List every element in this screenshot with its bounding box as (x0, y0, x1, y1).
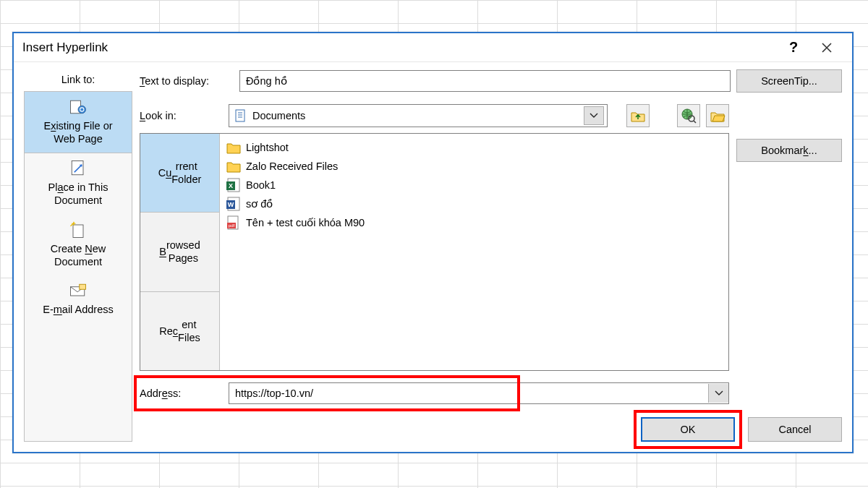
place-in-doc-icon (68, 159, 88, 178)
address-label: Address: (140, 388, 223, 399)
svg-text:W: W (228, 201, 234, 208)
existing-file-icon (68, 98, 88, 116)
folder-open-icon (710, 108, 726, 123)
text-to-display-label: Text to display: (140, 75, 234, 87)
linkto-header: Link to: (24, 69, 132, 91)
text-to-display-input[interactable] (239, 70, 731, 92)
file-item[interactable]: pdfTên + test cuối khóa M90 (226, 213, 723, 232)
file-list[interactable]: LightshotZalo Received FilesXBook1Wsơ đồ… (220, 134, 728, 370)
file-item[interactable]: Wsơ đồ (226, 194, 723, 213)
svg-rect-7 (236, 110, 244, 121)
svg-rect-4 (73, 225, 83, 238)
linkto-place-in-doc[interactable]: Place in ThisDocument (25, 153, 132, 214)
linkto-existing-file[interactable]: Existing File orWeb Page (25, 92, 132, 153)
email-icon (68, 281, 88, 300)
dialog-title: Insert Hyperlink (22, 40, 108, 55)
file-item[interactable]: Zalo Received Files (226, 157, 723, 176)
help-button[interactable]: ? (777, 37, 810, 59)
linkto-panel: Existing File orWeb Page Place in ThisDo… (24, 91, 132, 442)
screentip-button[interactable]: ScreenTip... (736, 69, 842, 93)
chevron-down-icon (715, 390, 723, 396)
linkto-item-label: Create NewDocument (29, 242, 127, 268)
address-combo[interactable] (229, 382, 729, 404)
lookin-value: Documents (252, 110, 579, 121)
linkto-create-new[interactable]: Create NewDocument (25, 215, 132, 275)
lookin-label: Look in: (140, 110, 223, 121)
file-name: Tên + test cuối khóa M90 (246, 217, 365, 228)
lookin-combo[interactable]: Documents (229, 104, 608, 127)
folder-up-icon (630, 108, 646, 123)
insert-hyperlink-dialog: Insert Hyperlink ? Link to: Existing Fil… (12, 32, 854, 453)
svg-text:X: X (229, 182, 233, 189)
file-name: Zalo Received Files (246, 160, 338, 172)
create-new-icon (68, 221, 88, 239)
linkto-item-label: Place in ThisDocument (29, 181, 127, 207)
svg-text:pdf: pdf (229, 223, 235, 228)
file-name: sơ đồ (246, 198, 273, 210)
nav-tab-browsed-pages[interactable]: BrowsedPages (140, 213, 220, 291)
lookin-dropdown-arrow[interactable] (584, 106, 604, 125)
address-dropdown-arrow[interactable] (708, 384, 728, 403)
svg-rect-2 (72, 161, 83, 175)
close-button[interactable] (810, 37, 843, 59)
close-icon (821, 42, 833, 53)
svg-point-1 (78, 106, 86, 114)
cancel-button[interactable]: Cancel (748, 417, 842, 442)
svg-line-13 (694, 121, 696, 123)
chevron-down-icon (590, 113, 598, 119)
browse-web-button[interactable] (677, 104, 700, 127)
nav-tab-current-folder[interactable]: CurrentFolder (140, 134, 220, 213)
dialog-titlebar: Insert Hyperlink ? (14, 33, 852, 62)
linkto-item-label: Existing File orWeb Page (29, 119, 127, 145)
file-item[interactable]: XBook1 (226, 176, 723, 194)
document-location-icon (234, 108, 248, 123)
svg-rect-6 (80, 284, 86, 289)
globe-search-icon (681, 108, 697, 124)
linkto-email[interactable]: E-mail Address (25, 275, 132, 323)
bookmark-button[interactable]: Bookmark... (736, 139, 842, 162)
browse-file-button[interactable] (706, 104, 729, 127)
nav-tab-recent-files[interactable]: RecentFiles (140, 292, 220, 370)
ok-button[interactable]: OK (641, 417, 735, 442)
file-name: Lightshot (246, 142, 289, 153)
address-input[interactable] (229, 385, 708, 401)
linkto-item-label: E-mail Address (29, 303, 127, 316)
up-one-level-button[interactable] (626, 104, 650, 127)
file-name: Book1 (246, 179, 276, 191)
file-item[interactable]: Lightshot (226, 138, 723, 157)
